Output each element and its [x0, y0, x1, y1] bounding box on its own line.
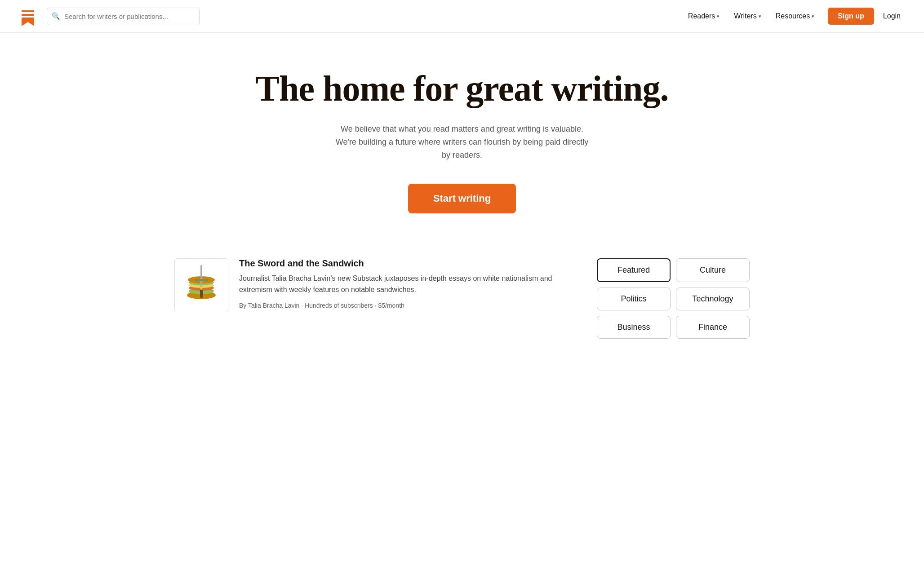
- nav-item-writers[interactable]: Writers ▾: [729, 9, 766, 24]
- nav-item-readers[interactable]: Readers ▾: [683, 9, 725, 24]
- search-input[interactable]: [47, 8, 200, 25]
- signup-button[interactable]: Sign up: [828, 8, 874, 25]
- category-finance[interactable]: Finance: [676, 316, 750, 339]
- search-icon: 🔍: [52, 12, 60, 20]
- post-title: The Sword and the Sandwich: [239, 258, 561, 269]
- category-politics[interactable]: Politics: [597, 288, 671, 310]
- chevron-down-icon: ▾: [812, 13, 814, 19]
- content-section: The Sword and the Sandwich Journalist Ta…: [147, 240, 777, 357]
- svg-rect-1: [22, 10, 34, 12]
- category-featured[interactable]: Featured: [597, 258, 671, 282]
- login-button[interactable]: Login: [878, 9, 906, 24]
- post-meta: By Talia Bracha Lavin · Hundreds of subs…: [239, 302, 561, 309]
- hero-title: The home for great writing.: [233, 69, 691, 108]
- start-writing-button[interactable]: Start writing: [408, 184, 516, 213]
- main-nav: Readers ▾ Writers ▾ Resources ▾ Sign up …: [209, 8, 906, 25]
- chevron-down-icon: ▾: [717, 13, 720, 19]
- category-filters: Featured Culture Politics Technology Bus…: [597, 258, 750, 339]
- post-thumbnail: [174, 258, 228, 312]
- category-business[interactable]: Business: [597, 316, 671, 339]
- post-info: The Sword and the Sandwich Journalist Ta…: [239, 258, 561, 309]
- svg-rect-11: [200, 290, 203, 298]
- logo[interactable]: [18, 6, 38, 26]
- svg-rect-10: [195, 279, 208, 281]
- nav-item-resources[interactable]: Resources ▾: [770, 9, 820, 24]
- search-container: 🔍: [47, 8, 200, 25]
- chevron-down-icon: ▾: [759, 13, 761, 19]
- category-culture[interactable]: Culture: [676, 258, 750, 282]
- hero-section: The home for great writing. We believe t…: [215, 33, 709, 240]
- category-technology[interactable]: Technology: [676, 288, 750, 310]
- post-description: Journalist Talia Bracha Lavin's new Subs…: [239, 273, 561, 296]
- hero-subtitle: We believe that what you read matters an…: [332, 123, 592, 161]
- site-header: 🔍 Readers ▾ Writers ▾ Resources ▾ Sign u…: [0, 0, 924, 33]
- featured-post-card: The Sword and the Sandwich Journalist Ta…: [174, 258, 561, 312]
- svg-rect-0: [18, 6, 38, 26]
- svg-rect-2: [22, 14, 34, 16]
